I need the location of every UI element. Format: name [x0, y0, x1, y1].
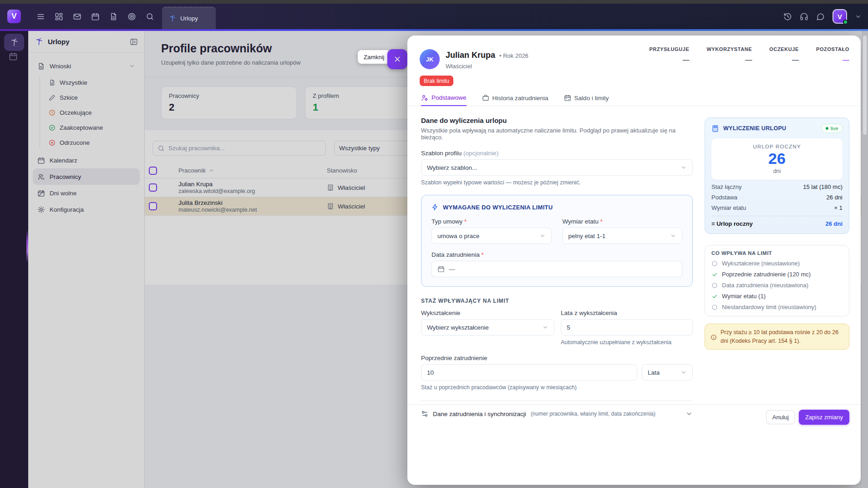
limit-impacts-box: CO WPŁYWA NA LIMIT Wykształcenie (nieust…	[705, 245, 849, 316]
live-badge: live	[822, 124, 843, 133]
contract-label: Typ umowy	[431, 218, 462, 225]
briefcase-icon	[482, 94, 489, 102]
chevron-down-icon[interactable]	[855, 13, 862, 20]
scrollbar-thumb[interactable]	[863, 36, 867, 135]
employee-year: • Rok 2026	[499, 52, 528, 59]
hire-date-input[interactable]: —	[431, 261, 682, 277]
chevron-down-icon	[539, 233, 546, 239]
form-description: Wszystkie pola wpływają na automatyczne …	[421, 127, 693, 141]
drawer-tabs: Podstawowe Historia zatrudnienia Saldo i…	[407, 90, 861, 106]
education-helper: Automatycznie uzupełniane z wykształceni…	[561, 339, 693, 346]
leave-calculation-panel: WYLICZENIE URLOPU live URLOP ROCZNY 26 d…	[705, 117, 849, 234]
chat-icon[interactable]	[816, 12, 825, 21]
mail-icon[interactable]	[73, 12, 81, 21]
calc-row: Podstawa 26 dni	[711, 194, 843, 201]
previous-employment-input[interactable]: 10	[421, 364, 637, 381]
history-icon[interactable]	[783, 12, 792, 21]
check-icon	[711, 271, 718, 278]
info-icon	[711, 329, 717, 345]
template-optional: (opcjonalnie)	[463, 150, 498, 157]
template-label: Szablon profilu	[421, 150, 462, 157]
menu-icon[interactable]	[36, 12, 45, 21]
impact-item: Niestandardowy limit (nieustawiony)	[711, 304, 843, 310]
form-divider	[421, 401, 693, 401]
close-tooltip: Zamknij	[358, 50, 391, 64]
tab-podstawowe[interactable]: Podstawowe	[421, 90, 467, 106]
save-button[interactable]: Zapisz zmiany	[799, 410, 849, 425]
previous-employment-label: Poprzednie zatrudnienie	[421, 355, 693, 361]
drawer-footer: Anuluj Zapisz zmiany	[407, 404, 861, 432]
apps-grid-icon[interactable]	[55, 12, 63, 21]
annual-leave-label: URLOP ROCZNY	[711, 144, 843, 149]
circle-icon	[711, 304, 718, 310]
education-select[interactable]: Wybierz wykształcenie	[421, 319, 554, 336]
calendar-range-icon	[564, 94, 571, 102]
page-scrollbar[interactable]	[862, 31, 868, 488]
education-years-label: Lata z wykształcenia	[561, 310, 693, 316]
employee-drawer: JK Julian Krupa • Rok 2026 Właściciel Br…	[407, 36, 861, 485]
document-icon[interactable]	[109, 12, 118, 21]
impact-item: Wymiar etatu (1)	[711, 293, 843, 300]
previous-helper: Staż u poprzednich pracodawców (zapisywa…	[421, 384, 693, 391]
hire-date-label: Data zatrudnienia	[431, 251, 480, 258]
user-cog-icon	[421, 94, 428, 102]
cancel-button[interactable]: Anuluj	[766, 410, 795, 424]
calc-total-row: = Urlop roczny 26 dni	[711, 220, 843, 227]
stat-oczekuje: OCZEKUJE —	[769, 46, 799, 64]
impacts-title: CO WPŁYWA NA LIMIT	[711, 250, 843, 256]
app-logo[interactable]: V	[7, 10, 21, 23]
tab-label: Urlopy	[180, 15, 198, 22]
chevron-down-icon	[542, 324, 548, 330]
seniority-warning: Przy stażu ≥ 10 lat podstawa rośnie z 20…	[705, 324, 849, 349]
tab-saldo-i-limity[interactable]: Saldo i limity	[564, 90, 609, 106]
stat-wykorzystane: WYKORZYSTANE —	[706, 46, 752, 64]
calendar-icon	[437, 265, 445, 273]
seniority-section-title: STAŻ WPŁYWAJĄCY NA LIMIT	[421, 298, 693, 304]
support-headset-icon[interactable]	[800, 12, 808, 21]
annual-leave-unit: dni	[711, 168, 843, 174]
annual-leave-card: URLOP ROCZNY 26 dni	[711, 138, 843, 180]
tab-historia-zatrudnienia[interactable]: Historia zatrudnienia	[482, 90, 548, 106]
user-avatar[interactable]: V	[832, 9, 847, 24]
education-label: Wykształcenie	[421, 310, 554, 316]
required-fields-box: WYMAGANE DO WYLICZENIA LIMITU Typ umowy …	[421, 195, 693, 287]
template-helper: Szablon wypełni typowe wartości — możesz…	[421, 179, 693, 186]
topbar: V Urlopy V	[0, 4, 868, 29]
limit-badge: Brak limitu	[420, 76, 453, 86]
zap-icon	[431, 203, 439, 211]
circle-icon	[711, 260, 718, 267]
online-status-dot	[843, 20, 848, 25]
close-icon	[393, 55, 401, 63]
calc-row: Wymiar etatu × 1	[711, 204, 843, 211]
employee-role: Właściciel	[446, 63, 472, 70]
stat-pozostalo: POZOSTAŁO —	[816, 46, 849, 64]
template-select[interactable]: Wybierz szablon...	[421, 159, 693, 176]
window-top-strip	[0, 0, 868, 4]
tab-urlopy[interactable]: Urlopy	[162, 7, 216, 29]
calc-title: WYLICZENIE URLOPU	[723, 125, 817, 132]
previous-unit-select[interactable]: Lata	[642, 364, 693, 381]
impact-item: Data zatrudnienia (nieustawiona)	[711, 282, 843, 289]
impact-item: Poprzednie zatrudnienie (120 mc)	[711, 271, 843, 278]
close-drawer-button[interactable]	[387, 49, 407, 69]
calculator-icon	[711, 125, 719, 132]
employee-avatar: JK	[420, 49, 440, 69]
circle-icon	[711, 282, 718, 289]
annual-leave-value: 26	[711, 150, 843, 167]
fte-label: Wymiar etatu	[563, 218, 599, 225]
search-icon[interactable]	[146, 12, 154, 21]
education-years-input[interactable]: 5	[561, 319, 693, 336]
chevron-down-icon	[680, 164, 687, 171]
form-heading: Dane do wyliczenia urlopu	[421, 117, 693, 124]
employee-name: Julian Krupa	[446, 51, 495, 60]
target-icon[interactable]	[127, 12, 136, 21]
fte-select[interactable]: pelny etat 1-1	[563, 228, 683, 244]
live-dot	[826, 127, 828, 130]
impact-item: Wykształcenie (nieustawione)	[711, 260, 843, 267]
calendar-icon[interactable]	[91, 12, 100, 21]
chevron-down-icon	[670, 233, 676, 239]
calc-row: Staż łączny 15 lat (180 mc)	[711, 183, 843, 190]
required-box-title: WYMAGANE DO WYLICZENIA LIMITU	[443, 204, 553, 211]
chevron-down-icon	[680, 369, 687, 376]
contract-select[interactable]: umowa o prace	[431, 228, 552, 244]
